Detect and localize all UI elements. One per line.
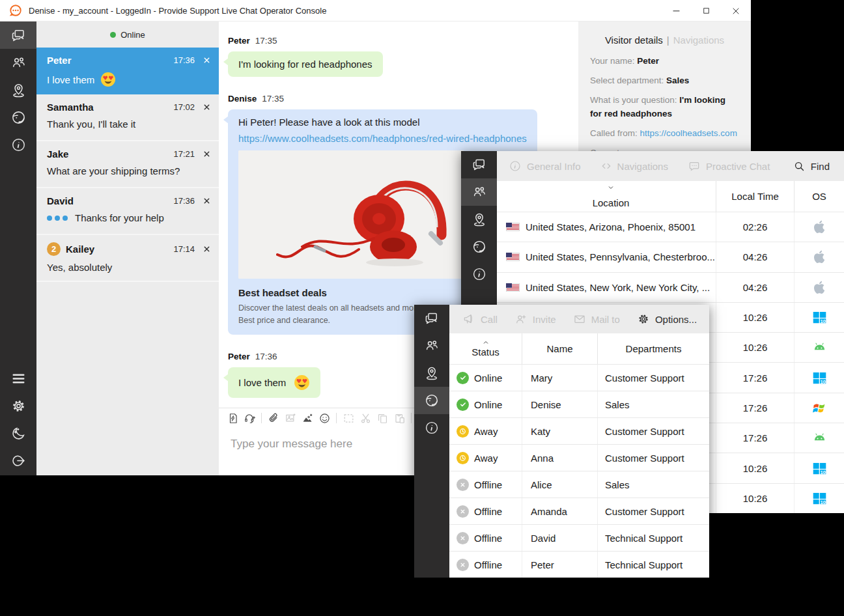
- sidebar-item-visitors[interactable]: [414, 332, 449, 359]
- sidebar-item-menu[interactable]: [0, 365, 36, 392]
- close-chat-icon[interactable]: [203, 56, 211, 64]
- call-button[interactable]: Call: [462, 313, 498, 326]
- chat-item-name: David: [47, 195, 173, 206]
- sidebar-item-operators[interactable]: [414, 387, 449, 414]
- column-header-os[interactable]: OS: [795, 181, 844, 212]
- visitor-row[interactable]: United States, New York, New York City, …: [497, 272, 844, 302]
- chat-item-time: 17:02: [173, 102, 195, 112]
- visitors-toolbar: General Info Navigations Proactive Chat …: [497, 151, 844, 181]
- chat-item-name: Jake: [47, 148, 173, 160]
- invite-operator-icon[interactable]: [241, 410, 258, 426]
- us-flag-icon: [506, 253, 520, 261]
- column-header-name[interactable]: Name: [522, 333, 598, 364]
- chat-list-item[interactable]: Jake 17:21 What are your shipping terms?: [36, 141, 219, 188]
- sidebar-item-chats[interactable]: [0, 21, 36, 49]
- operator-row[interactable]: Offline David Technical Support: [449, 524, 709, 551]
- close-chat-icon[interactable]: [203, 245, 211, 253]
- link-preview-image[interactable]: [238, 150, 464, 279]
- operators-list-window: Call Invite Mail to Options... Status Na…: [414, 305, 709, 578]
- mail-to-button[interactable]: Mail to: [573, 313, 620, 326]
- chat-item-time: 17:36: [173, 196, 195, 206]
- operator-row[interactable]: Offline Alice Sales: [449, 471, 709, 497]
- windows-legacy-os-icon: [811, 400, 828, 416]
- sidebar-item-theme[interactable]: [0, 419, 36, 447]
- canned-response-icon[interactable]: [224, 410, 241, 426]
- send-screenshot-icon[interactable]: [299, 410, 316, 426]
- location-pin-icon: [471, 212, 487, 227]
- product-link[interactable]: https://www.coolheadsets.com/headphones/…: [238, 133, 527, 144]
- visitors-icon: [424, 338, 440, 354]
- detail-field: Your name: Peter: [590, 55, 739, 68]
- column-header-status[interactable]: Status: [449, 333, 522, 364]
- close-chat-icon[interactable]: [203, 150, 211, 158]
- sidebar-item-operators[interactable]: [461, 233, 497, 260]
- column-header-departments[interactable]: Departments: [598, 333, 709, 364]
- send-image-icon[interactable]: [282, 410, 299, 426]
- sidebar-item-visitors[interactable]: [0, 49, 36, 76]
- chat-list-item[interactable]: 2 Kailey 17:14 Yes, absolutely: [36, 235, 219, 282]
- chat-list-item[interactable]: Samantha 17:02 Thank you, I'll take it: [36, 94, 219, 141]
- sidebar-item-info[interactable]: [0, 131, 36, 158]
- close-button[interactable]: [721, 0, 751, 21]
- sidebar-item-logout[interactable]: [0, 447, 36, 474]
- chat-list-item[interactable]: David 17:36 Thanks for your help: [36, 188, 219, 235]
- attach-file-icon[interactable]: [265, 410, 282, 426]
- operator-row[interactable]: Away Anna Customer Support: [449, 444, 709, 471]
- invite-button[interactable]: Invite: [514, 313, 556, 326]
- called-from-link[interactable]: https://coolheadsets.com: [640, 128, 737, 138]
- find-button[interactable]: Find: [793, 160, 830, 173]
- options-button[interactable]: Options...: [637, 313, 697, 326]
- sidebar-item-chats[interactable]: [461, 151, 497, 178]
- android-os-icon: [811, 339, 828, 356]
- status-offline-icon: [457, 479, 469, 491]
- desktop: Denise - my_account - LoggedIn - Provide…: [0, 0, 844, 616]
- emoji-picker-icon[interactable]: [316, 410, 333, 426]
- sidebar-item-chats[interactable]: [414, 305, 449, 332]
- proactive-chat-button[interactable]: Proactive Chat: [688, 160, 770, 173]
- close-chat-icon[interactable]: [203, 197, 211, 205]
- status-online-icon: [457, 399, 469, 411]
- us-flag-icon: [506, 223, 520, 231]
- tab-navigations[interactable]: Navigations: [673, 35, 724, 46]
- tab-visitor-details[interactable]: Visitor details: [605, 35, 663, 46]
- sidebar-item-geo-map[interactable]: [461, 206, 497, 233]
- paste-icon[interactable]: [391, 410, 408, 426]
- chat-item-name: Kailey: [66, 244, 94, 255]
- heart-eyes-emoji-icon: [100, 72, 116, 87]
- sidebar-item-settings[interactable]: [0, 392, 36, 419]
- operators-table-header: Status Name Departments: [449, 333, 709, 364]
- provide-support-logo-icon: [9, 4, 22, 17]
- copy-icon[interactable]: [374, 410, 391, 426]
- operator-headset-icon: [424, 393, 440, 408]
- minimize-button[interactable]: [661, 0, 691, 21]
- sidebar-item-operators[interactable]: [0, 104, 36, 131]
- column-header-local-time[interactable]: Local Time: [716, 181, 795, 212]
- operator-row[interactable]: Offline Peter Technical Support: [449, 551, 709, 578]
- status-away-icon: [457, 452, 469, 464]
- cut-icon[interactable]: [357, 410, 374, 426]
- close-chat-icon[interactable]: [203, 103, 211, 111]
- detail-field: Select department: Sales: [590, 74, 739, 88]
- visitor-row[interactable]: United States, Arizona, Phoenix, 85001 0…: [497, 212, 844, 242]
- sidebar-item-info[interactable]: [414, 414, 449, 441]
- select-all-icon[interactable]: [340, 410, 357, 426]
- operator-row[interactable]: Away Katy Customer Support: [449, 417, 709, 444]
- unread-count-badge: 2: [47, 242, 61, 256]
- sidebar-item-visitors[interactable]: [461, 178, 497, 206]
- sidebar-item-info[interactable]: [461, 260, 497, 288]
- general-info-button[interactable]: General Info: [509, 160, 581, 173]
- status-online-icon: [457, 372, 469, 384]
- column-header-location[interactable]: Location: [497, 181, 716, 212]
- sidebar-item-geo-map[interactable]: [414, 359, 449, 387]
- navigations-button[interactable]: Navigations: [600, 160, 668, 172]
- moon-icon: [10, 425, 27, 441]
- titlebar[interactable]: Denise - my_account - LoggedIn - Provide…: [0, 0, 751, 21]
- windows-10-os-icon: [811, 370, 828, 386]
- chat-list-item[interactable]: Peter 17:36 I love them: [36, 48, 219, 94]
- operator-row[interactable]: Online Denise Sales: [449, 391, 709, 417]
- operator-row[interactable]: Offline Amanda Customer Support: [449, 497, 709, 524]
- sidebar-item-geo-map[interactable]: [0, 76, 36, 104]
- maximize-button[interactable]: [691, 0, 721, 21]
- operator-row[interactable]: Online Mary Customer Support: [449, 364, 709, 391]
- visitor-row[interactable]: United States, Pennsylvania, Chesterbroo…: [497, 242, 844, 272]
